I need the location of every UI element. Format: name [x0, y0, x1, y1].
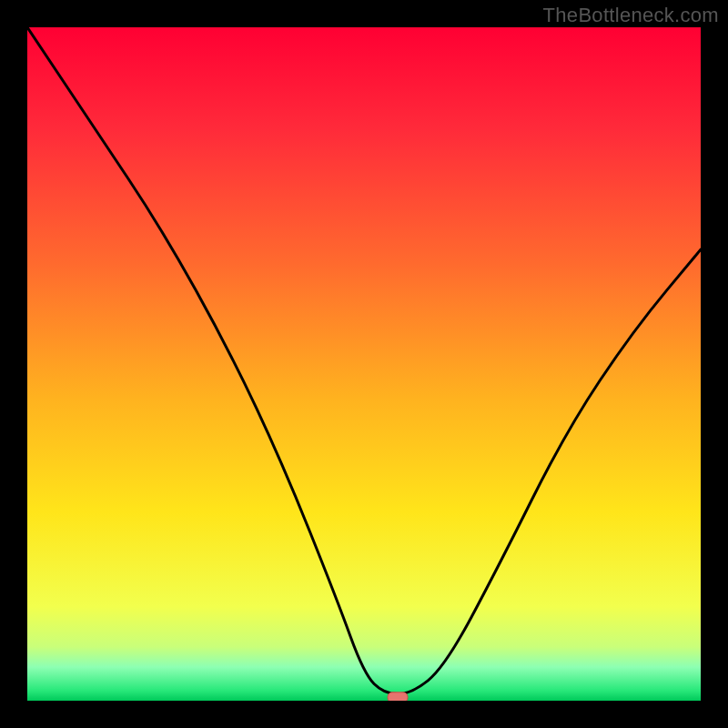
watermark-text: TheBottleneck.com: [543, 4, 719, 27]
chart-frame: TheBottleneck.com: [0, 0, 728, 728]
gradient-background: [27, 27, 701, 701]
bottleneck-curve-chart: [27, 27, 701, 701]
optimum-marker: [388, 693, 408, 701]
plot-area: [27, 27, 701, 701]
